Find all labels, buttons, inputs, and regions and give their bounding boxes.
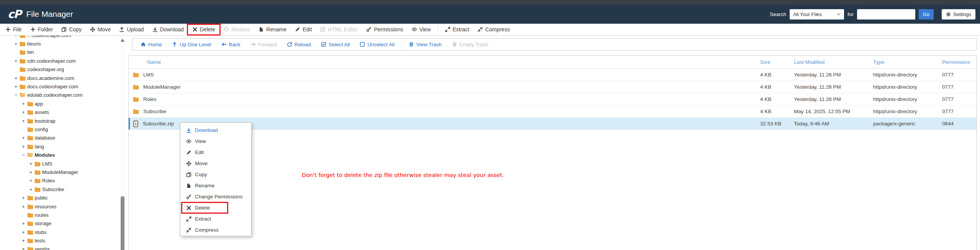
tree-expander[interactable]: − (14, 92, 18, 98)
tree-expander[interactable]: + (29, 161, 33, 167)
tree-expander[interactable]: + (21, 204, 26, 209)
context-menu-item-view[interactable]: View (180, 136, 251, 147)
tree-item-modulemanager[interactable]: + ModuleManager (0, 168, 119, 176)
toolbar-button-restore[interactable]: Restore (219, 25, 254, 34)
toolbar-button-move[interactable]: Move (86, 25, 115, 34)
context-menu-item-extract[interactable]: Extract (180, 213, 251, 224)
navbar-button-forward[interactable]: Forward (245, 42, 282, 47)
context-menu-item-rename[interactable]: Rename (180, 180, 251, 191)
table-row-roles[interactable]: Roles 4 KB Yesterday, 11:26 PM httpd/uni… (129, 93, 977, 106)
navbar-button-back[interactable]: Back (216, 42, 245, 47)
context-menu-item-copy[interactable]: Copy (180, 169, 251, 180)
tree-expander[interactable]: + (21, 118, 26, 124)
context-menu-item-compress[interactable]: Compress (180, 224, 251, 235)
search-input[interactable] (857, 9, 915, 19)
sidebar-scrollbar[interactable] (119, 36, 126, 250)
table-row-subscribe[interactable]: Subscribe 4 KB May 14, 2025, 12:05 PM ht… (129, 106, 977, 118)
tree-expander[interactable]: + (21, 144, 26, 149)
column-header-name[interactable]: Name (129, 59, 760, 65)
tree-item-bootstrap[interactable]: + bootstrap (0, 117, 119, 125)
tree-expander[interactable]: + (29, 178, 33, 183)
tree-expander[interactable]: + (21, 109, 26, 115)
toolbar-button-view[interactable]: View (407, 25, 435, 34)
tree-item-cdn-codexshaper-com[interactable]: + cdn.codexshaper.com (0, 57, 119, 65)
tree-item-docs-academine-com[interactable]: + docs.academine.com (0, 74, 119, 82)
tree-expander[interactable]: + (21, 221, 26, 226)
tree-item-bin[interactable]: bin (0, 48, 119, 57)
toolbar-button-compress[interactable]: Compress (473, 25, 514, 34)
tree-item-routes[interactable]: routes (0, 211, 119, 219)
scrollbar-thumb[interactable] (121, 196, 124, 250)
table-row-lms[interactable]: LMS 4 KB Yesterday, 11:26 PM httpd/unix-… (129, 69, 977, 81)
toolbar-button-file[interactable]: File (1, 25, 26, 34)
tree-expander[interactable]: + (21, 101, 26, 107)
tree-item-codexshaper-org[interactable]: codexshaper.org (0, 65, 119, 74)
tree-item-database[interactable]: + database (0, 134, 119, 142)
tree-item-subscribe[interactable]: + Subscribe (0, 185, 119, 193)
table-row-subscribe-zip[interactable]: Subscribe.zip 32.53 KB Today, 9:46 AM pa… (129, 118, 977, 130)
toolbar-button-folder[interactable]: Folder (26, 25, 57, 34)
tree-expander[interactable]: + (21, 229, 26, 235)
navbar-button-reload[interactable]: Reload (282, 42, 316, 47)
tree-item-app[interactable]: + app (0, 99, 119, 108)
search-scope-select[interactable]: All Your Files (790, 9, 844, 19)
toolbar-button-extract[interactable]: Extract (441, 25, 474, 34)
tree-expander[interactable]: + (21, 238, 26, 244)
settings-button[interactable]: Settings (942, 9, 975, 19)
tree-item-roles[interactable]: + Roles (0, 177, 119, 185)
tree-expander[interactable]: + (21, 246, 26, 250)
navbar-button-select-all[interactable]: Select All (316, 42, 355, 47)
tree-item-storage[interactable]: + storage (0, 219, 119, 228)
context-menu-item-delete[interactable]: Delete (180, 202, 251, 213)
context-menu-item-change-permissions[interactable]: Change Permissions (180, 191, 251, 202)
tree-expander[interactable]: − (21, 152, 26, 158)
navbar-button-unselect-all[interactable]: Unselect All (355, 42, 399, 47)
column-header-last-modified[interactable]: Last Modified (794, 59, 873, 65)
scroll-up-arrow-icon[interactable] (121, 39, 124, 42)
tree-expander[interactable]: + (29, 169, 33, 175)
file-rows: LMS 4 KB Yesterday, 11:26 PM httpd/unix-… (129, 69, 977, 130)
column-header-type[interactable]: Type (873, 59, 942, 65)
tree-item-lms[interactable]: + LMS (0, 159, 119, 168)
navbar-button-up-one-level[interactable]: Up One Level (167, 42, 216, 47)
navbar-button-home[interactable]: Home (136, 42, 167, 47)
toolbar-button-copy[interactable]: Copy (57, 25, 86, 34)
toolbar-button-delete[interactable]: Delete (188, 25, 219, 34)
tree-item-config[interactable]: config (0, 125, 119, 133)
tree-item-lang[interactable]: + lang (0, 142, 119, 151)
tree-expander[interactable]: + (14, 36, 18, 38)
toolbar-button-html-editor[interactable]: HTML Editor (316, 25, 362, 34)
navbar-button-view-trash[interactable]: View Trash (404, 42, 447, 47)
column-header-size[interactable]: Size (760, 59, 794, 65)
context-menu-item-move[interactable]: Move (180, 158, 251, 169)
tree-item-resources[interactable]: + resources (0, 202, 119, 211)
tree-item-codexshaper-com[interactable]: + …codexshaper.com (0, 36, 119, 39)
table-row-modulemanager[interactable]: ModuleManager 4 KB Yesterday, 11:26 PM h… (129, 81, 977, 93)
toolbar-button-permissions[interactable]: Permissions (362, 25, 407, 34)
navbar-button-empty-trash[interactable]: Empty Trash (447, 42, 494, 47)
tree-item-assets[interactable]: + assets (0, 108, 119, 117)
tree-expander[interactable]: + (21, 195, 26, 201)
context-menu-item-edit[interactable]: Edit (180, 147, 251, 158)
tree-expander[interactable]: + (14, 58, 18, 64)
tree-item-edulab-codexshaper-com[interactable]: − edulab.codexshaper.com (0, 91, 119, 99)
go-button[interactable]: Go (919, 9, 934, 19)
toolbar-button-download[interactable]: Download (148, 25, 188, 34)
tree-item-modules[interactable]: − Modules (0, 151, 119, 159)
tree-item-docs-codexshaper-com[interactable]: + docs.codexshaper.com (0, 82, 119, 91)
tree-item-vendor[interactable]: + vendor (0, 245, 119, 250)
column-header-permissions[interactable]: Permissions (942, 59, 977, 65)
tree-expander[interactable]: + (14, 84, 18, 89)
tree-item-stubs[interactable]: + stubs (0, 228, 119, 236)
tree-item-tests[interactable]: + tests (0, 236, 119, 245)
toolbar-button-edit[interactable]: Edit (291, 25, 316, 34)
toolbar-button-rename[interactable]: Rename (254, 25, 291, 34)
tree-expander[interactable]: + (14, 75, 18, 81)
tree-item-public[interactable]: + public (0, 193, 119, 202)
tree-expander[interactable]: + (21, 135, 26, 141)
tree-item-beuns[interactable]: + beuns (0, 39, 119, 48)
tree-expander[interactable]: + (29, 187, 33, 192)
toolbar-button-upload[interactable]: Upload (115, 25, 148, 34)
tree-expander[interactable]: + (14, 41, 18, 47)
context-menu-item-download[interactable]: Download (180, 125, 251, 136)
